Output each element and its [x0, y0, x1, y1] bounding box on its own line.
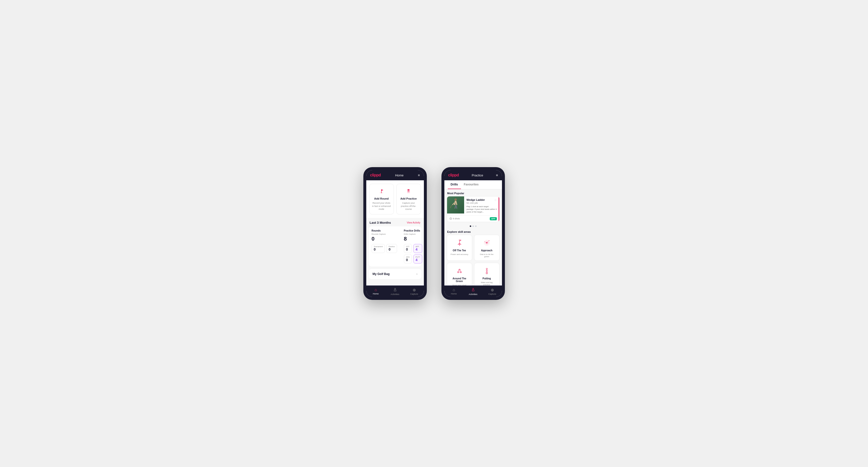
practice-bottom-nav: ⌂ Home Activities ⊕ Capture [444, 285, 502, 297]
stats-section-header: Last 3 Months View Activity [366, 218, 424, 226]
nav-capture-label: Capture [410, 293, 418, 295]
explore-label: Explore skill areas [444, 228, 502, 235]
activities-icon [393, 288, 397, 292]
last-3-months-label: Last 3 Months [370, 221, 391, 224]
app-value: 4 [415, 247, 420, 251]
arg-label: ARG [406, 256, 410, 258]
carousel-dots [444, 224, 502, 228]
app-badge: APP [490, 217, 497, 220]
tournament-stat: Tournament 0 [372, 244, 385, 253]
arg-value: 0 [406, 258, 410, 262]
svg-point-31 [486, 273, 487, 273]
practice-nav-home-label: Home [451, 292, 457, 295]
drill-accent-bar [499, 196, 499, 222]
practice-tabs: Drills Favourites [444, 180, 502, 189]
practice-stat: Practice 0 [386, 244, 397, 253]
drill-info: Wedge Ladder ☆ 50–100 yds Play 1 shot at… [464, 196, 499, 215]
skill-grid: Off The Tee Power and accuracy [444, 235, 502, 285]
shots-label: 9 shots [450, 217, 460, 220]
skill-putting[interactable]: Putting Make and lag practice [474, 263, 499, 285]
quick-actions: Add Round Record your shots in fast or e… [366, 180, 424, 218]
practice-nav-activities[interactable]: Activities [463, 286, 483, 297]
putt-stat: PUTT 4 [413, 254, 422, 263]
svg-point-9 [454, 198, 457, 201]
ott-stat: OTT 0 [404, 244, 412, 253]
svg-point-2 [381, 192, 382, 193]
practice-home-icon: ⌂ [453, 288, 455, 292]
rounds-sub-grid: Tournament 0 Practice 0 [372, 244, 397, 253]
star-icon[interactable]: ☆ [494, 198, 497, 202]
around-green-name: Around The Green [450, 277, 469, 283]
nav-home-label: Home [373, 292, 379, 295]
clipboard-icon [405, 187, 412, 196]
svg-point-23 [458, 272, 458, 272]
rounds-total: 0 [372, 236, 397, 242]
putt-label: PUTT [415, 256, 420, 258]
practice-nav-capture-label: Capture [488, 293, 496, 295]
nav-activities-label: Activities [391, 293, 400, 295]
home-screen: clippd Home ≡ Add Round [366, 170, 424, 297]
rounds-title: Rounds [372, 229, 397, 232]
practice-nav-home[interactable]: ⌂ Home [444, 286, 464, 297]
drills-title: Practice Drills [404, 229, 422, 232]
drill-card[interactable]: Wedge Ladder ☆ 50–100 yds Play 1 shot at… [447, 196, 499, 222]
app-logo: clippd [370, 173, 381, 177]
add-round-title: Add Round [374, 197, 389, 200]
around-green-icon-wrap [455, 266, 464, 276]
nav-capture[interactable]: ⊕ Capture [405, 286, 424, 297]
menu-icon[interactable]: ≡ [418, 173, 420, 177]
app-stat: APP 4 [413, 244, 422, 253]
tee-icon-wrap [455, 238, 464, 248]
tab-drills[interactable]: Drills [448, 180, 461, 189]
practice-nav-capture[interactable]: ⊕ Capture [483, 286, 502, 297]
drills-capture-label: Drills Capture [404, 233, 422, 235]
skill-around-green[interactable]: Around The Green Hone your short game [447, 263, 472, 285]
drill-yardage: 50–100 yds [467, 202, 497, 204]
ott-value: 0 [406, 247, 410, 251]
add-round-card[interactable]: Add Round Record your shots in fast or e… [369, 184, 394, 215]
add-practice-card[interactable]: Add Practice Capture your practice off-t… [396, 184, 421, 215]
practice-screen-content: Most Popular [444, 189, 502, 285]
svg-point-33 [487, 269, 487, 269]
drill-desc: Play 1 shot at each target yardage. If y… [467, 205, 497, 214]
app-label: APP [415, 246, 420, 247]
svg-point-32 [487, 271, 487, 271]
practice-menu-icon[interactable]: ≡ [496, 173, 498, 177]
nav-activities[interactable]: Activities [385, 286, 405, 297]
nav-home[interactable]: ⌂ Home [366, 286, 385, 297]
dot-3[interactable] [475, 225, 476, 227]
ott-label: OTT [406, 246, 410, 247]
approach-name: Approach [481, 249, 492, 252]
rounds-capture-label: Rounds Capture [372, 233, 397, 235]
tournament-label: Tournament [374, 246, 383, 247]
add-round-desc: Record your shots in fast or enhanced mo… [372, 201, 391, 211]
dot-2[interactable] [472, 225, 474, 227]
stats-card: Rounds Rounds Capture 0 Tournament 0 Pra… [369, 226, 422, 267]
practice-app-header: clippd Practice ≡ [444, 170, 502, 180]
phone-home: clippd Home ≡ Add Round [363, 167, 427, 300]
rounds-section: Rounds Rounds Capture 0 Tournament 0 Pra… [372, 229, 397, 263]
practice-capture-icon: ⊕ [491, 288, 494, 292]
tab-favourites[interactable]: Favourites [461, 180, 482, 189]
phone-practice: clippd Practice ≡ Drills Favourites Most… [441, 167, 505, 300]
drill-thumbnail [447, 196, 464, 214]
svg-point-18 [489, 240, 490, 241]
drill-card-inner: Wedge Ladder ☆ 50–100 yds Play 1 shot at… [447, 196, 499, 215]
golf-bag-row[interactable]: My Golf Bag › [369, 269, 422, 279]
app-header: clippd Home ≡ [366, 170, 424, 180]
putting-name: Putting [483, 277, 491, 280]
skill-approach[interactable]: Approach Dial-in to hit the green [474, 235, 499, 261]
view-activity-link[interactable]: View Activity [407, 221, 420, 224]
skill-off-the-tee[interactable]: Off The Tee Power and accuracy [447, 235, 472, 261]
home-screen-content: Add Round Record your shots in fast or e… [366, 180, 424, 285]
add-practice-title: Add Practice [400, 197, 416, 200]
drills-total: 8 [404, 236, 422, 242]
drills-sub-grid: OTT 0 APP 4 ARG 0 PUTT 4 [404, 244, 422, 263]
app-title: Home [395, 174, 404, 177]
drill-title: Wedge Ladder [467, 198, 485, 201]
capture-icon: ⊕ [413, 288, 416, 292]
drill-title-row: Wedge Ladder ☆ [467, 198, 497, 202]
most-popular-label: Most Popular [444, 189, 502, 196]
dot-1[interactable] [470, 225, 471, 227]
practice-app-title: Practice [472, 174, 483, 177]
